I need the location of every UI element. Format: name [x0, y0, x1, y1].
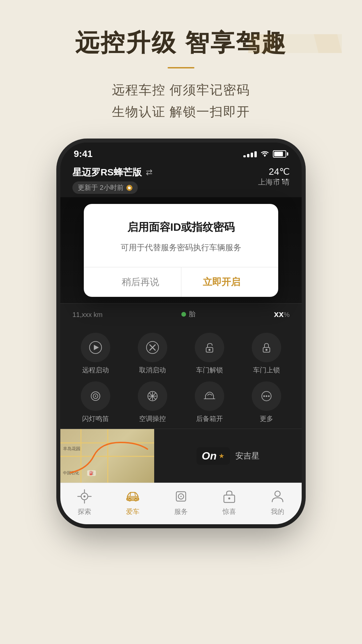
nav-label-explore: 探索	[78, 507, 91, 516]
nav-label-surprise: 惊喜	[223, 507, 236, 516]
control-door-lock[interactable]: 车门上锁	[238, 333, 295, 375]
nav-item-mycar[interactable]: 爱车	[125, 488, 141, 516]
mine-icon	[269, 488, 286, 504]
more-options-icon[interactable]: ···	[277, 173, 290, 185]
modal-overlay: 启用面容ID或指纹密码 可用于代替服务密码执行车辆服务 稍后再说 立即开启	[60, 197, 302, 303]
wifi-icon	[261, 151, 269, 157]
car-switch-icon[interactable]: ⇄	[146, 168, 153, 177]
promo-divider	[168, 67, 194, 68]
nav-item-service[interactable]: 服务	[173, 488, 189, 516]
onstar-name: 安吉星	[235, 450, 259, 461]
remote-start-icon	[89, 341, 102, 354]
svg-point-42	[83, 495, 85, 497]
nav-item-mine[interactable]: 我的	[269, 488, 286, 516]
surprise-icon	[221, 488, 237, 504]
nav-item-surprise[interactable]: 惊喜	[221, 488, 237, 516]
control-more[interactable]: 更多	[238, 381, 295, 423]
door-lock-label: 车门上锁	[253, 366, 280, 375]
controls-grid: 远程启动 取消启动	[67, 333, 295, 423]
car-name-row: 星迈罗RS蜂芒版 ⇄	[72, 166, 153, 179]
bottom-content-row: 丰岛花园 中国石化 ⛽ On ★ 安吉星	[60, 429, 302, 483]
car-header: 星迈罗RS蜂芒版 ⇄ 更新于 2小时前 24℃ 上海市 晴	[60, 162, 302, 197]
nav-label-service: 服务	[174, 507, 188, 516]
chevy-watermark-icon	[248, 20, 342, 67]
status-bar: 9:41	[60, 143, 302, 162]
more-label: 更多	[260, 414, 273, 423]
mileage-stat: 11,xxx km	[72, 309, 103, 319]
modal-buttons: 稍后再说 立即开启	[100, 267, 262, 297]
controls-section: 远程启动 取消启动	[60, 325, 302, 429]
update-text: 更新于 2小时前	[78, 183, 124, 192]
modal-confirm-button[interactable]: 立即开启	[181, 267, 262, 297]
tire-status-indicator	[181, 312, 186, 317]
status-time: 9:41	[74, 149, 93, 159]
control-flash-horn[interactable]: 闪灯鸣笛	[67, 381, 124, 423]
car-image-modal-container: 今日宜驾车出行，宜家人欢聚	[60, 197, 302, 303]
onstar-widget[interactable]: On ★ 安吉星	[154, 429, 302, 483]
svg-point-53	[228, 497, 230, 499]
control-door-unlock[interactable]: 车门解锁	[181, 333, 238, 375]
promo-subtitle: 远程车控 何须牢记密码 生物认证 解锁一扫即开	[112, 79, 250, 122]
flash-horn-label: 闪灯鸣笛	[82, 414, 109, 423]
promo-section: 远控升级 智享驾趣 远程车控 何须牢记密码 生物认证 解锁一扫即开	[0, 0, 362, 136]
flash-horn-icon	[89, 389, 102, 403]
on-text: On	[202, 450, 217, 462]
more-icon	[260, 389, 273, 403]
remote-start-label: 远程启动	[82, 366, 109, 375]
door-unlock-label: 车门解锁	[196, 366, 223, 375]
onstar-star-icon: ★	[219, 452, 225, 460]
phone-mockup: 9:41	[60, 143, 302, 524]
control-ac[interactable]: 空调操控	[124, 381, 181, 423]
svg-point-34	[263, 395, 265, 397]
door-unlock-icon	[203, 341, 216, 354]
cancel-start-label: 取消启动	[139, 366, 166, 375]
svg-point-54	[275, 491, 280, 496]
nav-label-mycar: 爱车	[126, 507, 139, 516]
svg-point-26	[95, 395, 96, 397]
cancel-start-icon	[146, 341, 159, 354]
control-remote-start[interactable]: 远程启动	[67, 333, 124, 375]
trunk-label: 后备箱开	[196, 414, 223, 423]
car-name: 星迈罗RS蜂芒版	[72, 166, 142, 179]
ac-label: 空调操控	[139, 414, 166, 423]
svg-point-0	[264, 155, 265, 157]
nav-label-mine: 我的	[271, 507, 284, 516]
door-lock-icon	[260, 341, 273, 354]
svg-point-36	[268, 395, 270, 397]
modal-title: 启用面容ID或指纹密码	[100, 220, 262, 235]
control-cancel-start[interactable]: 取消启动	[124, 333, 181, 375]
modal-later-button[interactable]: 稍后再说	[100, 267, 181, 297]
svg-point-35	[266, 395, 267, 397]
stats-row: 11,xxx km 胎 xx%	[60, 303, 302, 325]
modal-description: 可用于代替服务密码执行车辆服务	[100, 241, 262, 254]
onstar-badge: On ★	[196, 447, 230, 465]
update-badge[interactable]: 更新于 2小时前	[72, 181, 138, 194]
svg-point-51	[180, 496, 182, 497]
signal-icon	[243, 151, 257, 157]
status-icons	[243, 150, 288, 158]
explore-icon	[76, 488, 93, 504]
tire-status: 胎	[181, 310, 195, 319]
trunk-icon	[203, 389, 216, 403]
map-preview[interactable]: 丰岛花园 中国石化 ⛽	[60, 429, 154, 483]
update-refresh-icon	[126, 185, 132, 191]
svg-marker-16	[94, 345, 99, 350]
service-icon	[173, 488, 189, 504]
battery-icon	[273, 150, 288, 158]
ac-icon	[146, 389, 159, 403]
nav-item-explore[interactable]: 探索	[76, 488, 93, 516]
phone-frame: 9:41	[60, 143, 302, 524]
control-trunk[interactable]: 后备箱开	[181, 381, 238, 423]
bottom-nav: 探索 爱车 服务	[60, 483, 302, 524]
fuel-stat: xx%	[274, 309, 290, 319]
mycar-icon	[125, 488, 141, 504]
svg-point-23	[265, 349, 267, 351]
modal-card: 启用面容ID或指纹密码 可用于代替服务密码执行车辆服务 稍后再说 立即开启	[84, 204, 278, 297]
svg-point-21	[208, 349, 210, 351]
